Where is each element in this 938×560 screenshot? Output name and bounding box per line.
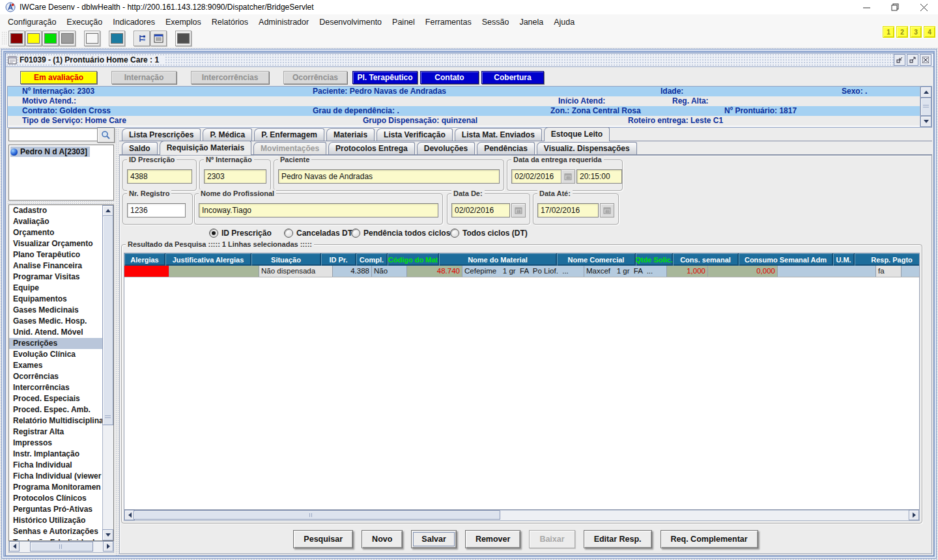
scrollbar-thumb[interactable]	[30, 542, 93, 552]
req-complementar-button[interactable]: Req. Complementar	[661, 530, 758, 548]
tab-lista-mat-enviados[interactable]: Lista Mat. Enviados	[455, 128, 542, 141]
table-row[interactable]: Não dispensada 4.388 Não 48.740 Cefepime…	[124, 266, 919, 277]
col-qtde-solic[interactable]: Qtde Solic.	[636, 253, 673, 266]
sidebar-item-programar-visitas[interactable]: Programar Visitas	[9, 272, 103, 283]
search-button[interactable]	[97, 128, 115, 143]
status-em-avaliacao-button[interactable]: Em avaliação	[20, 71, 97, 84]
menu-painel[interactable]: Painel	[387, 18, 420, 27]
session-1-button[interactable]: 1	[883, 26, 894, 38]
sidebar-item-equipamentos[interactable]: Equipamentos	[9, 294, 103, 305]
tab-protocolos-entrega[interactable]: Protocolos Entrega	[328, 142, 415, 154]
scroll-left-icon[interactable]	[9, 541, 20, 552]
patient-list-item[interactable]: Pedro N d A[2303]	[10, 147, 90, 157]
frame-minimize-icon[interactable]	[894, 54, 905, 66]
editar-resp-button[interactable]: Editar Resp.	[584, 530, 652, 548]
scroll-right-icon[interactable]	[103, 541, 113, 552]
sidebar-item-cadastro[interactable]: Cadastro	[9, 205, 103, 216]
frame-maximize-icon[interactable]	[907, 54, 918, 66]
tab-pendencias[interactable]: Pendências	[477, 142, 535, 154]
sidebar-item-orcamento[interactable]: Orçamento	[9, 227, 103, 238]
col-um[interactable]: U.M.	[833, 253, 855, 266]
tab-lista-prescricoes[interactable]: Lista Prescrições	[122, 128, 201, 141]
sidebar-item-ficha-individual[interactable]: Ficha Individual	[9, 460, 103, 471]
scrollbar-thumb[interactable]	[920, 98, 931, 116]
sidebar-item-gases-medicinais[interactable]: Gases Medicinais	[9, 305, 103, 316]
col-id-pr[interactable]: ID Pr.	[321, 253, 356, 266]
status-contato-button[interactable]: Contato	[420, 71, 479, 84]
color-darkgray-button[interactable]	[175, 31, 192, 46]
menu-sessao[interactable]: Sessão	[477, 18, 515, 27]
menu-administrador[interactable]: Administrador	[253, 18, 314, 27]
sidebar-item-avaliacao[interactable]: Avaliação	[9, 216, 103, 227]
sidebar-item-exames[interactable]: Exames	[9, 360, 103, 371]
nr-registro-input[interactable]	[127, 203, 186, 217]
sidebar-item-registrar-alta[interactable]: Registrar Alta	[9, 427, 103, 438]
session-2-button[interactable]: 2	[896, 26, 908, 38]
sidebar-item-perguntas-pro-ativas[interactable]: Perguntas Pró-Ativas	[9, 504, 103, 515]
sidebar-item-ficha-individual-viewer[interactable]: Ficha Individual (viewer	[9, 471, 103, 482]
menu-janela[interactable]: Janela	[514, 18, 548, 27]
frame-close-icon[interactable]	[920, 54, 931, 66]
radio-todos-ciclos-dt[interactable]: Todos ciclos (DT)	[450, 229, 528, 238]
pesquisar-button[interactable]: Pesquisar	[293, 530, 353, 548]
sidebar-item-programa-monitoramento[interactable]: Programa Monitoramen	[9, 482, 103, 493]
minimize-icon[interactable]	[852, 0, 881, 14]
search-input[interactable]	[8, 128, 98, 141]
radio-canceladas-dt[interactable]: Canceladas DT	[284, 229, 352, 238]
tab-p-enfermagem[interactable]: P. Enfermagem	[254, 128, 324, 141]
table-horizontal-scrollbar[interactable]	[124, 510, 920, 521]
sidebar-horizontal-scrollbar[interactable]	[8, 541, 114, 553]
tab-visualiz-dispensacoes[interactable]: Visualiz. Dispensações	[537, 142, 637, 154]
patient-info-scrollbar[interactable]	[920, 87, 931, 127]
sidebar-menu-scrollbar[interactable]	[102, 205, 113, 540]
sidebar-item-gases-medic-hosp[interactable]: Gases Medic. Hosp.	[9, 316, 103, 327]
col-justificativa-alergias[interactable]: Justificativa Alergias	[165, 253, 251, 266]
scroll-up-icon[interactable]	[920, 87, 931, 98]
menu-configuracao[interactable]: Configuração	[3, 18, 61, 27]
menu-exemplos[interactable]: Exemplos	[160, 18, 206, 27]
tab-estoque-leito[interactable]: Estoque Leito	[544, 127, 610, 141]
menu-execucao[interactable]: Execução	[61, 18, 107, 27]
col-alergias[interactable]: Alergias	[124, 253, 165, 266]
internal-frame-title-bar[interactable]: F01039 - (1) Prontuário Home Care : 1	[6, 53, 933, 67]
color-green-button[interactable]	[42, 31, 59, 46]
tab-devolucoes[interactable]: Devoluções	[417, 142, 475, 154]
sidebar-item-visualizar-orcamento[interactable]: Visualizar Orçamento	[9, 238, 103, 249]
col-nome-comercial[interactable]: Nome Comercial	[557, 253, 636, 266]
salvar-button[interactable]: Salvar	[411, 530, 457, 548]
scroll-down-icon[interactable]	[920, 116, 931, 127]
sidebar-item-relatorio-multidisciplinar[interactable]: Relatório Multidisciplina	[9, 415, 103, 427]
scroll-down-icon[interactable]	[102, 529, 113, 540]
tab-requisicao-materiais[interactable]: Requisição Materiais	[160, 141, 251, 155]
status-cobertura-button[interactable]: Cobertura	[481, 71, 544, 84]
sidebar-item-traducao-f-individual[interactable]: Tradução F. Individual	[9, 537, 103, 540]
color-yellow-button[interactable]	[25, 31, 42, 46]
sidebar-item-historico-utilizacao[interactable]: Histórico Utilização	[9, 515, 103, 526]
sidebar-item-plano-terapeutico[interactable]: Plano Terapêutico	[9, 249, 103, 260]
radio-id-prescricao[interactable]: ID Prescrição	[209, 229, 272, 238]
col-situacao[interactable]: Situação	[251, 253, 321, 266]
sidebar-item-proced-espec-amb[interactable]: Proced. Espec. Amb.	[9, 404, 103, 415]
menu-relatorios[interactable]: Relatórios	[206, 18, 253, 27]
sidebar-item-proced-especiais[interactable]: Proced. Especiais	[9, 393, 103, 404]
menu-indicadores[interactable]: Indicadores	[107, 18, 160, 27]
sidebar-item-unid-atend-movel[interactable]: Unid. Atend. Móvel	[9, 327, 103, 338]
restore-icon[interactable]	[881, 0, 909, 14]
color-gray-button[interactable]	[59, 31, 76, 46]
sidebar-item-instr-implantacao[interactable]: Instr. Implantação	[9, 449, 103, 460]
menu-ferramentas[interactable]: Ferramentas	[420, 18, 477, 27]
remover-button[interactable]: Remover	[465, 530, 521, 548]
status-pl-terapeutico-button[interactable]: Pl. Terapêutico	[352, 71, 418, 84]
sidebar-item-analise-financeira[interactable]: Analise Financeira	[9, 260, 103, 272]
radio-pendencia-todos-ciclos[interactable]: Pendência todos ciclos	[351, 229, 450, 238]
sidebar-item-evolucao-clinica[interactable]: Evolução Clínica	[9, 349, 103, 360]
novo-button[interactable]: Novo	[362, 530, 403, 548]
scroll-right-icon[interactable]	[909, 510, 919, 520]
menu-ajuda[interactable]: Ajuda	[548, 18, 580, 27]
color-white-button[interactable]	[84, 31, 100, 46]
sidebar-item-intercorrencias[interactable]: Intercorrências	[9, 382, 103, 393]
sidebar-item-equipe[interactable]: Equipe	[9, 283, 103, 294]
col-resp-pagto[interactable]: Resp. Pagto	[855, 253, 920, 266]
sidebar-item-protocolos-clinicos[interactable]: Protocolos Clínicos	[9, 493, 103, 504]
tab-p-medica[interactable]: P. Médica	[203, 128, 252, 141]
